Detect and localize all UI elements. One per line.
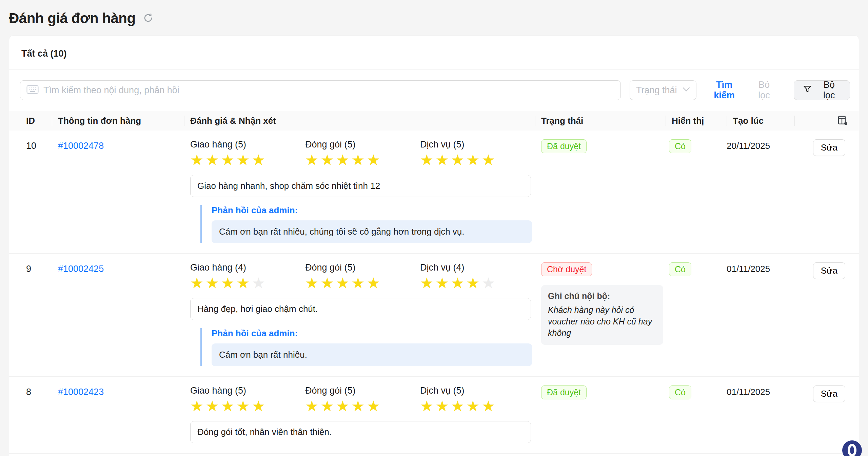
admin-reply-text: Cảm ơn bạn rất nhiều, chúng tôi sẽ cố gắ… bbox=[212, 220, 532, 243]
search-button[interactable]: Tìm kiếm bbox=[705, 80, 743, 101]
star-icon: ★ bbox=[451, 398, 466, 414]
star-icon: ★ bbox=[205, 275, 221, 291]
admin-reply-text: Cảm ơn bạn rất nhiều. bbox=[212, 343, 532, 366]
search-box[interactable] bbox=[20, 80, 621, 100]
header-rating: Đánh giá & Nhận xét bbox=[184, 116, 535, 126]
table-header: ID Thông tin đơn hàng Đánh giá & Nhận xé… bbox=[9, 111, 859, 131]
star-icon: ★ bbox=[252, 275, 267, 291]
row-id: 9 bbox=[21, 262, 52, 274]
star-icon: ★ bbox=[221, 152, 236, 168]
status-select[interactable]: Trạng thái bbox=[630, 80, 696, 100]
filter-row: Trạng thái Tìm kiếm Bỏ lọc Bộ lọc bbox=[9, 70, 859, 111]
star-icon: ★ bbox=[351, 398, 367, 414]
star-icon: ★ bbox=[482, 398, 497, 414]
edit-button[interactable]: Sửa bbox=[813, 262, 845, 279]
order-link[interactable]: #10002478 bbox=[52, 139, 104, 151]
column-settings-button[interactable] bbox=[837, 115, 848, 127]
star-icon: ★ bbox=[351, 152, 367, 168]
rating-label: Đóng gói (5) bbox=[305, 262, 420, 273]
star-icon: ★ bbox=[435, 275, 451, 291]
admin-reply-label: Phản hồi của admin: bbox=[212, 205, 535, 216]
status-select-value: Trạng thái bbox=[636, 85, 677, 96]
clear-filter-button[interactable]: Bỏ lọc bbox=[752, 80, 776, 101]
status-badge: Đã duyệt bbox=[541, 139, 587, 153]
visible-badge: Có bbox=[669, 385, 691, 399]
star-icon: ★ bbox=[221, 275, 236, 291]
rating-label: Đóng gói (5) bbox=[305, 139, 420, 150]
widget-ring-icon bbox=[848, 444, 856, 456]
rating-label: Đóng gói (5) bbox=[305, 385, 420, 396]
order-link[interactable]: #10002425 bbox=[52, 262, 104, 274]
rating-group: Dịch vụ (5)★★★★★ bbox=[420, 139, 535, 167]
refresh-icon bbox=[143, 13, 153, 24]
order-link[interactable]: #10002423 bbox=[52, 385, 104, 397]
filter-button[interactable]: Bộ lọc bbox=[794, 80, 850, 100]
rating-group: Giao hàng (5)★★★★★ bbox=[190, 139, 305, 167]
star-icon: ★ bbox=[205, 152, 221, 168]
edit-button[interactable]: Sửa bbox=[813, 139, 845, 156]
search-input[interactable] bbox=[43, 85, 614, 96]
star-icon: ★ bbox=[336, 398, 351, 414]
internal-note-label: Ghi chú nội bộ: bbox=[548, 291, 656, 301]
star-rating: ★★★★★ bbox=[420, 276, 535, 291]
star-icon: ★ bbox=[252, 398, 267, 414]
star-icon: ★ bbox=[252, 152, 267, 168]
visible-badge: Có bbox=[669, 262, 691, 276]
star-icon: ★ bbox=[367, 275, 382, 291]
star-rating: ★★★★★ bbox=[420, 153, 535, 167]
star-rating: ★★★★★ bbox=[420, 399, 535, 414]
rating-group: Giao hàng (5)★★★★★ bbox=[190, 385, 305, 414]
star-icon: ★ bbox=[205, 398, 221, 414]
star-icon: ★ bbox=[451, 152, 466, 168]
star-icon: ★ bbox=[466, 152, 481, 168]
created-date: 01/11/2025 bbox=[727, 262, 794, 274]
rating-label: Giao hàng (4) bbox=[190, 262, 305, 273]
tab-bar: Tất cả (10) bbox=[9, 36, 859, 70]
table-row: 10 #10002478 Giao hàng (5)★★★★★Đóng gói … bbox=[9, 131, 859, 254]
star-icon: ★ bbox=[367, 152, 382, 168]
rating-label: Dịch vụ (4) bbox=[420, 262, 535, 273]
star-icon: ★ bbox=[305, 398, 320, 414]
header-id: ID bbox=[21, 116, 52, 126]
page-title: Đánh giá đơn hàng bbox=[9, 10, 136, 26]
keyboard-icon bbox=[26, 85, 39, 96]
row-id: 8 bbox=[21, 385, 52, 397]
rating-label: Dịch vụ (5) bbox=[420, 385, 535, 396]
admin-reply-block: Phản hồi của admin: Cảm ơn bạn rất nhiều… bbox=[200, 205, 535, 243]
star-icon: ★ bbox=[236, 398, 252, 414]
star-icon: ★ bbox=[435, 152, 451, 168]
star-icon: ★ bbox=[420, 275, 435, 291]
rating-group: Đóng gói (5)★★★★★ bbox=[305, 385, 420, 414]
admin-reply-label: Phản hồi của admin: bbox=[212, 328, 535, 339]
edit-button[interactable]: Sửa bbox=[813, 385, 845, 402]
star-icon: ★ bbox=[221, 398, 236, 414]
star-rating: ★★★★★ bbox=[305, 276, 420, 291]
star-rating: ★★★★★ bbox=[305, 153, 420, 167]
rating-group: Đóng gói (5)★★★★★ bbox=[305, 262, 420, 291]
table-body: 10 #10002478 Giao hàng (5)★★★★★Đóng gói … bbox=[9, 131, 859, 456]
rating-group: Dịch vụ (5)★★★★★ bbox=[420, 385, 535, 414]
ratings: Giao hàng (4)★★★★★Đóng gói (5)★★★★★Dịch … bbox=[184, 262, 535, 291]
column-settings-icon bbox=[837, 122, 848, 127]
star-icon: ★ bbox=[466, 398, 481, 414]
row-id: 10 bbox=[21, 139, 52, 151]
funnel-icon bbox=[803, 85, 812, 96]
tab-all[interactable]: Tất cả (10) bbox=[21, 48, 67, 59]
star-icon: ★ bbox=[482, 275, 497, 291]
star-icon: ★ bbox=[236, 275, 252, 291]
status-badge: Chờ duyệt bbox=[541, 262, 592, 276]
ratings: Giao hàng (5)★★★★★Đóng gói (5)★★★★★Dịch … bbox=[184, 139, 535, 167]
comment-box: Đóng gói tốt, nhân viên thân thiện. bbox=[190, 421, 531, 443]
star-rating: ★★★★★ bbox=[190, 276, 305, 291]
internal-note-text: Khách hàng này hỏi có voucher nào cho KH… bbox=[548, 304, 656, 339]
status-badge: Đã duyệt bbox=[541, 385, 587, 399]
refresh-button[interactable] bbox=[143, 13, 153, 24]
star-icon: ★ bbox=[305, 275, 320, 291]
created-date: 01/11/2025 bbox=[727, 385, 794, 397]
ratings: Giao hàng (5)★★★★★Đóng gói (5)★★★★★Dịch … bbox=[184, 385, 535, 414]
table-row: 7 #10002422 Giao hàng (4)★★★★★Đóng gói (… bbox=[9, 454, 859, 456]
visible-badge: Có bbox=[669, 139, 691, 153]
table-row: 9 #10002425 Giao hàng (4)★★★★★Đóng gói (… bbox=[9, 254, 859, 377]
header-visible: Hiển thị bbox=[666, 116, 727, 126]
table-row: 8 #10002423 Giao hàng (5)★★★★★Đóng gói (… bbox=[9, 377, 859, 454]
